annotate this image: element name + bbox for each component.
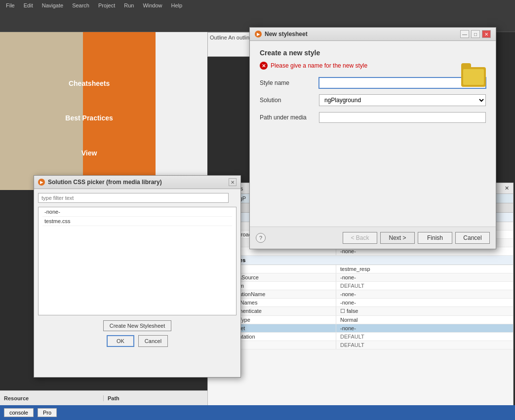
outline-title: Outline [210, 35, 227, 40]
val-stylesheet: -none- [336, 324, 360, 332]
list-item[interactable]: -none- [42, 207, 232, 217]
val-firstform: testme_resp [336, 265, 374, 273]
val-textorientation: DEFAULT [336, 333, 368, 341]
path-input[interactable] [319, 112, 486, 123]
error-icon: ✕ [260, 62, 268, 70]
book-text-view: View [81, 149, 97, 157]
folder-icon [461, 67, 486, 87]
ide-menubar: File Edit Navigate Search Project Run Wi… [0, 0, 515, 11]
menu-help[interactable]: Help [167, 1, 187, 9]
path-label-bar: Path [104, 395, 207, 401]
dialog-heading: Create a new style [260, 49, 486, 57]
back-button[interactable]: < Back [343, 232, 377, 244]
new-stylesheet-dialog: ▶ New stylesheet — □ ✕ Create a new styl… [249, 27, 496, 249]
table-row[interactable]: titleText DEFAULT [208, 341, 513, 349]
style-name-label: Style name [260, 79, 319, 86]
properties-close[interactable]: ✕ [505, 185, 509, 191]
val-modulesnames: -none- [336, 299, 360, 306]
cancel-button[interactable]: Cancel [455, 232, 490, 244]
menu-project[interactable]: Project [94, 1, 119, 9]
val-solutiontype: Normal [336, 316, 361, 324]
path-row: Path under media [260, 112, 486, 123]
solution-row: Solution ngPlayground [260, 94, 486, 106]
dialog-logo-icon: ▶ [255, 31, 262, 38]
css-picker-ok-cancel: OK Cancel [34, 335, 240, 352]
folder-inner [463, 69, 484, 85]
css-picker-search-input[interactable] [38, 193, 229, 203]
dialog-minimize-button[interactable]: — [460, 30, 469, 38]
help-icon[interactable]: ? [256, 233, 266, 243]
menu-file[interactable]: File [2, 1, 19, 9]
console-tab[interactable]: console [4, 408, 34, 417]
bottom-bar: console Pro [0, 405, 515, 420]
dialog-titlebar: ▶ New stylesheet — □ ✕ [250, 28, 496, 41]
folder-shape [461, 67, 486, 87]
menu-run[interactable]: Run [120, 1, 138, 9]
css-picker-titlebar: ▶ Solution CSS picker (from media librar… [34, 176, 240, 189]
menu-search[interactable]: Search [68, 1, 93, 9]
folder-tab [461, 63, 471, 67]
dialog-title: ▶ New stylesheet [255, 31, 308, 38]
dialog-footer: ? < Back Next > Finish Cancel [250, 227, 496, 249]
table-row[interactable]: solutionType Normal [208, 316, 513, 324]
table-row-highlighted[interactable]: styleSheet -none- [208, 324, 513, 333]
orange-logo-icon: ▶ [38, 179, 45, 186]
css-picker-title-text: Solution CSS picker (from media library) [48, 179, 162, 186]
table-row[interactable]: loginForm DEFAULT [208, 282, 513, 290]
create-new-stylesheet-button[interactable]: Create New Stylesheet [103, 320, 172, 331]
val-i18ndatasource: -none- [336, 273, 360, 281]
dialog-title-text: New stylesheet [265, 31, 308, 38]
properties-section[interactable]: ▼ Properties [208, 256, 513, 265]
css-picker-dialog: ▶ Solution CSS picker (from media librar… [34, 175, 241, 378]
style-name-row: Style name [260, 77, 486, 88]
val-loginform: DEFAULT [336, 282, 368, 290]
menu-edit[interactable]: Edit [20, 1, 37, 9]
table-row[interactable]: mustAuthenticate ☐ false [208, 307, 513, 316]
dialog-controls: — □ ✕ [460, 30, 491, 38]
path-label: Path under media [260, 114, 319, 121]
content-area: Cheatsheets Best Practices View [0, 32, 207, 190]
table-row[interactable]: i18nDataSource -none- [208, 273, 513, 282]
css-picker-list: -none- testme.css [38, 207, 237, 315]
dialog-maximize-button[interactable]: □ [471, 30, 480, 38]
css-picker-close-button[interactable]: ✕ [229, 178, 237, 186]
resource-bar: Resource Path [0, 390, 207, 405]
book-text-bestpractices: Best Practices [65, 114, 113, 122]
css-picker-search-area [34, 189, 240, 207]
resource-label: Resource [0, 395, 104, 401]
table-row[interactable]: loginSolutionName -none- [208, 290, 513, 299]
list-item[interactable]: testme.css [42, 217, 232, 226]
dialog-close-button[interactable]: ✕ [482, 30, 491, 38]
menu-navigate[interactable]: Navigate [38, 1, 67, 9]
pro-tab[interactable]: Pro [38, 408, 57, 417]
val-mustauthenticate: ☐ false [336, 307, 362, 315]
table-row[interactable]: modulesNames -none- [208, 299, 513, 307]
table-row[interactable]: firstForm testme_resp [208, 265, 513, 273]
table-row[interactable]: textOrientation DEFAULT [208, 333, 513, 341]
css-picker-title: ▶ Solution CSS picker (from media librar… [38, 179, 162, 186]
error-text: Please give a name for the new style [271, 62, 367, 69]
finish-button[interactable]: Finish [418, 232, 452, 244]
error-message: ✕ Please give a name for the new style [260, 62, 486, 70]
css-picker-footer: Create New Stylesheet [34, 315, 240, 335]
book-background: Cheatsheets Best Practices View [0, 32, 207, 190]
dialog-content: Create a new style ✕ Please give a name … [250, 41, 496, 176]
solution-field-label: Solution [260, 97, 319, 104]
val-loginsolutionname: -none- [336, 290, 360, 298]
dialog-spacer [260, 129, 486, 168]
css-picker-cancel-button[interactable]: Cancel [138, 335, 168, 347]
next-button[interactable]: Next > [380, 232, 415, 244]
solution-select[interactable]: ngPlayground [319, 94, 486, 106]
menu-window[interactable]: Window [139, 1, 166, 9]
book-text-cheatsheets: Cheatsheets [69, 79, 110, 87]
val-titletext: DEFAULT [336, 341, 368, 349]
css-picker-ok-button[interactable]: OK [107, 335, 134, 347]
